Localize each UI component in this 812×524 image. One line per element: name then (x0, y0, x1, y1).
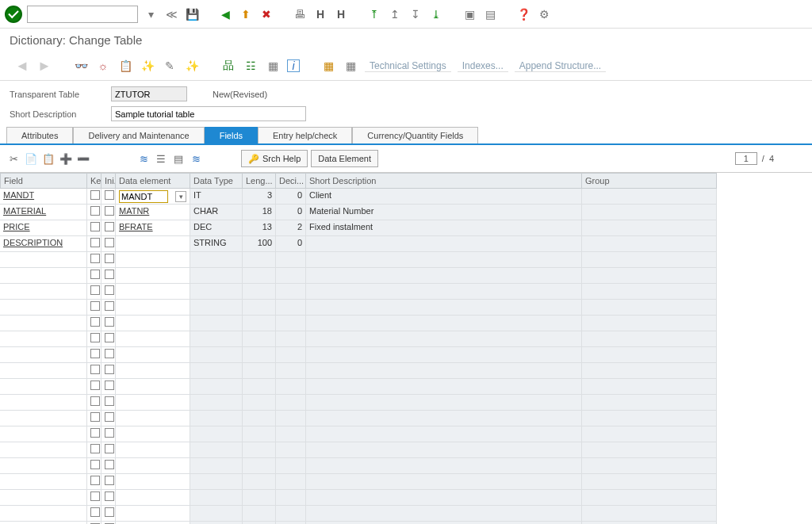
data-element-cell[interactable]: BFRATE (116, 220, 190, 236)
hierarchy-icon[interactable]: 品 (220, 58, 236, 74)
column-header[interactable]: Data Type (190, 173, 243, 189)
save-icon[interactable]: 💾 (184, 6, 200, 22)
tab-delivery[interactable]: Delivery and Maintenance (73, 127, 204, 143)
init-checkbox[interactable] (102, 220, 116, 236)
data-element-cell[interactable] (116, 347, 190, 363)
data-element-cell[interactable] (116, 252, 190, 268)
field-cell[interactable] (0, 411, 87, 426)
exit-icon[interactable]: ⬆ (238, 6, 254, 22)
init-checkbox[interactable] (102, 347, 116, 363)
layout-icon[interactable]: ▤ (171, 151, 186, 166)
field-cell[interactable]: DESCRIPTION (0, 236, 87, 252)
key-checkbox[interactable] (87, 426, 102, 442)
field-cell[interactable] (0, 506, 87, 522)
key-checkbox[interactable] (87, 205, 102, 220)
init-checkbox[interactable] (102, 300, 116, 316)
activate-icon[interactable]: ✨ (140, 58, 155, 74)
data-element-cell[interactable]: MATNR (116, 205, 190, 220)
init-checkbox[interactable] (102, 474, 116, 490)
technical-settings-button[interactable]: Technical Settings (365, 60, 451, 72)
key-checkbox[interactable] (87, 220, 102, 236)
expand-all-icon[interactable]: ≋ (136, 151, 151, 166)
key-checkbox[interactable] (87, 284, 102, 300)
column-header[interactable]: Short Description (306, 173, 582, 189)
data-element-cell[interactable] (116, 395, 190, 411)
field-cell[interactable] (0, 363, 87, 379)
key-checkbox[interactable] (87, 506, 102, 522)
data-element-cell[interactable] (116, 442, 190, 458)
data-element-cell[interactable] (116, 268, 190, 284)
key-checkbox[interactable] (87, 236, 102, 252)
info-icon[interactable]: i (287, 59, 300, 72)
where-used-icon[interactable]: ✎ (162, 58, 178, 74)
field-cell[interactable] (0, 490, 87, 506)
data-element-cell[interactable] (116, 506, 190, 522)
column-header[interactable]: Deci... (276, 173, 306, 189)
shortcut-icon[interactable]: ▤ (482, 6, 498, 22)
init-checkbox[interactable] (102, 395, 116, 411)
tab-entry-help[interactable]: Entry help/check (258, 127, 352, 143)
key-checkbox[interactable] (87, 442, 102, 458)
field-cell[interactable] (0, 268, 87, 284)
column-header[interactable]: Field (0, 173, 87, 189)
field-cell[interactable] (0, 474, 87, 490)
back-icon[interactable]: ◀ (217, 6, 233, 22)
key-checkbox[interactable] (87, 379, 102, 395)
back-double-icon[interactable]: ≪ (163, 6, 179, 22)
field-cell[interactable] (0, 331, 87, 347)
data-element-cell[interactable] (116, 458, 190, 474)
delete-row-icon[interactable]: ➖ (76, 151, 90, 166)
key-checkbox[interactable] (87, 363, 102, 379)
field-cell[interactable] (0, 458, 87, 474)
init-checkbox[interactable] (102, 236, 116, 252)
init-checkbox[interactable] (102, 331, 116, 347)
init-checkbox[interactable] (102, 490, 116, 506)
insert-row-icon[interactable]: ➕ (59, 151, 73, 166)
grid-icon[interactable]: ▦ (343, 58, 358, 74)
dropdown-icon[interactable]: ▾ (143, 6, 159, 22)
new-session-icon[interactable]: ▣ (462, 6, 477, 22)
find-icon[interactable]: H (312, 6, 328, 22)
copy-icon[interactable]: 📄 (24, 151, 38, 166)
data-element-cell[interactable] (116, 236, 190, 252)
field-cell[interactable]: MATERIAL (0, 205, 87, 220)
init-checkbox[interactable] (102, 268, 116, 284)
data-element-cell[interactable] (116, 379, 190, 395)
init-checkbox[interactable] (102, 363, 116, 379)
data-element-button[interactable]: Data Element (311, 150, 378, 167)
cancel-icon[interactable]: ✖ (259, 6, 274, 22)
hierarchy2-icon[interactable]: ☷ (243, 58, 259, 74)
nav-back-icon[interactable]: ◄ (14, 58, 30, 74)
wand-icon[interactable]: ✨ (184, 58, 200, 74)
init-checkbox[interactable] (102, 284, 116, 300)
indexes-button[interactable]: Indexes... (458, 60, 508, 72)
column-header[interactable]: Key (87, 173, 102, 189)
init-checkbox[interactable] (102, 189, 116, 205)
field-cell[interactable] (0, 426, 87, 442)
table-contents-icon[interactable]: ▦ (320, 58, 336, 74)
key-checkbox[interactable] (87, 316, 102, 331)
key-checkbox[interactable] (87, 490, 102, 506)
data-element-cell[interactable] (116, 474, 190, 490)
key-checkbox[interactable] (87, 300, 102, 316)
data-element-cell[interactable] (116, 411, 190, 426)
check-icon[interactable]: 📋 (117, 58, 133, 74)
column-header[interactable]: Ini... (102, 173, 116, 189)
next-page-icon[interactable]: ↧ (408, 6, 423, 22)
nav-fwd-icon[interactable]: ► (36, 58, 52, 74)
display-toggle-icon[interactable]: 👓 (73, 58, 89, 74)
help-icon[interactable]: ❓ (515, 6, 531, 22)
tab-currency[interactable]: Currency/Quantity Fields (352, 127, 478, 143)
collapse-icon[interactable]: ☰ (154, 151, 168, 166)
data-element-cell[interactable]: ▾ (116, 189, 190, 205)
column-header[interactable]: Leng... (243, 173, 276, 189)
tab-attributes[interactable]: Attributes (6, 127, 73, 143)
field-cell[interactable] (0, 442, 87, 458)
data-element-cell[interactable] (116, 490, 190, 506)
data-element-cell[interactable] (116, 363, 190, 379)
field-cell[interactable] (0, 300, 87, 316)
field-cell[interactable] (0, 347, 87, 363)
cut-icon[interactable]: ✂ (6, 151, 21, 166)
init-checkbox[interactable] (102, 411, 116, 426)
data-element-cell[interactable] (116, 331, 190, 347)
